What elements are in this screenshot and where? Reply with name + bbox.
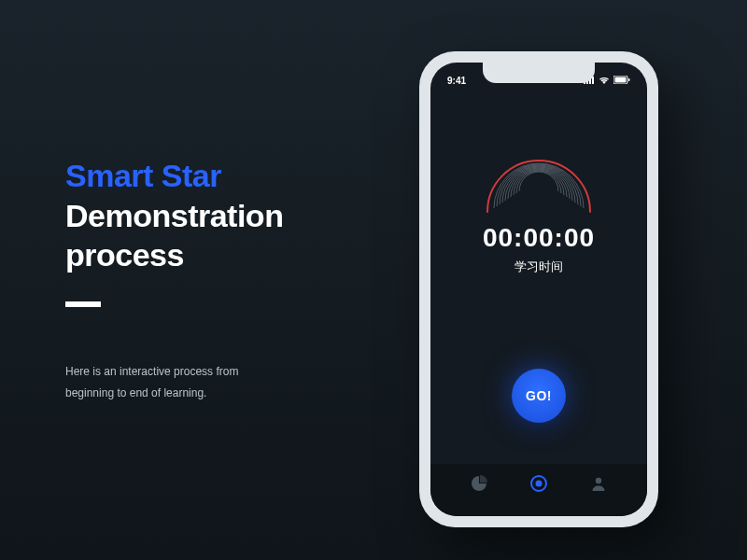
phone-notch bbox=[483, 63, 595, 83]
phone-frame: 9:41 bbox=[419, 51, 658, 527]
title-line-2: Demonstration bbox=[65, 196, 374, 236]
tab-bar bbox=[430, 464, 647, 516]
left-panel: Smart Star Demonstration process Here is… bbox=[0, 156, 374, 403]
svg-point-9 bbox=[596, 478, 601, 483]
tab-timer[interactable] bbox=[520, 467, 557, 504]
svg-rect-5 bbox=[615, 77, 627, 82]
timer-label: 学习时间 bbox=[514, 259, 563, 275]
phone-screen: 9:41 bbox=[430, 63, 647, 516]
gauge-arc bbox=[469, 135, 609, 219]
tab-stats[interactable] bbox=[460, 467, 498, 504]
svg-point-8 bbox=[536, 481, 543, 487]
record-circle-icon bbox=[529, 474, 548, 497]
pie-chart-icon bbox=[470, 474, 488, 497]
status-time: 9:41 bbox=[447, 76, 466, 86]
timer-section: 00:00:00 学习时间 bbox=[430, 135, 647, 275]
user-icon bbox=[589, 474, 608, 497]
subtitle-text: Here is an interactive process from begi… bbox=[65, 361, 252, 404]
wifi-icon bbox=[599, 76, 610, 86]
title-underline bbox=[65, 301, 101, 307]
title-line-1: Smart Star bbox=[65, 156, 374, 196]
svg-rect-6 bbox=[628, 78, 630, 81]
tab-profile[interactable] bbox=[580, 467, 617, 504]
title-line-3: process bbox=[65, 235, 374, 275]
battery-icon bbox=[613, 76, 630, 86]
timer-display: 00:00:00 bbox=[483, 223, 595, 253]
go-button[interactable]: GO! bbox=[512, 369, 566, 423]
